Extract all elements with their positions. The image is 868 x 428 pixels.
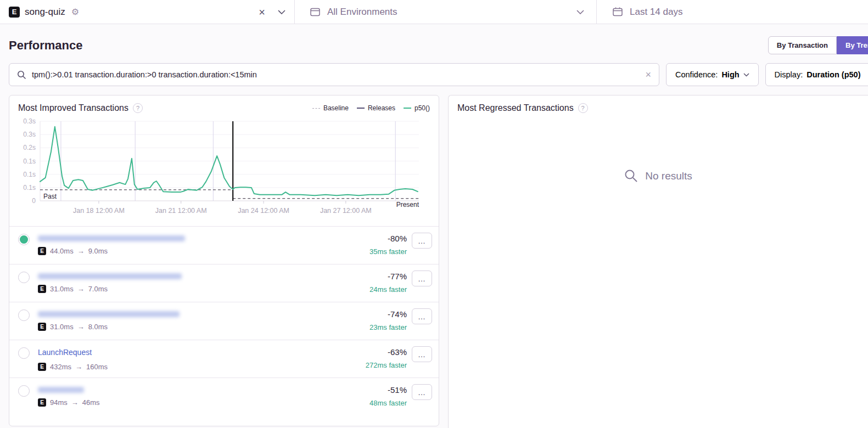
project-logo-icon: E: [38, 363, 46, 371]
by-trend-button[interactable]: By Trend: [837, 36, 868, 54]
duration-to: 160ms: [86, 363, 108, 371]
calendar-icon: [613, 7, 623, 16]
transaction-row: LaunchRequestE432ms→160ms-63%272ms faste…: [9, 340, 439, 378]
transaction-radio[interactable]: [18, 234, 30, 245]
search-icon: [17, 70, 26, 80]
topbar: E song-quiz ⚙ × All Environments Last 14…: [0, 0, 868, 24]
legend-item[interactable]: p50(): [404, 104, 430, 112]
confidence-value: High: [721, 70, 739, 79]
svg-text:0.2s: 0.2s: [23, 144, 36, 151]
transaction-row: E31.0ms→8.0ms-74%23ms faster…: [9, 302, 439, 340]
change-percent: -74%: [388, 309, 407, 319]
improved-panel-title: Most Improved Transactions: [18, 103, 128, 113]
by-transaction-button[interactable]: By Transaction: [768, 36, 837, 54]
display-dropdown[interactable]: Display: Duration (p50): [765, 63, 868, 86]
confidence-dropdown[interactable]: Confidence: High: [666, 63, 759, 86]
transaction-row: E94ms→46ms-51%48ms faster…: [9, 378, 439, 415]
environment-label: All Environments: [327, 7, 397, 18]
chevron-down-icon[interactable]: [278, 10, 285, 14]
chart-legend: BaselineReleasesp50(): [312, 104, 430, 112]
duration-from: 94ms: [50, 398, 68, 407]
most-improved-panel: Most Improved Transactions ? BaselineRel…: [9, 95, 439, 426]
svg-text:Jan 24 12:00 AM: Jan 24 12:00 AM: [238, 207, 289, 215]
svg-text:Past: Past: [43, 193, 57, 200]
row-actions-menu-button[interactable]: …: [412, 271, 432, 286]
transaction-name-blurred[interactable]: [38, 235, 185, 241]
change-percent: -51%: [388, 385, 407, 395]
transaction-radio[interactable]: [18, 309, 30, 321]
help-icon[interactable]: ?: [578, 103, 588, 113]
svg-text:Jan 27 12:00 AM: Jan 27 12:00 AM: [320, 207, 372, 215]
transaction-name-blurred[interactable]: [38, 273, 182, 279]
duration-line: E44.0ms→9.0ms: [38, 247, 369, 255]
transaction-name-link[interactable]: LaunchRequest: [38, 348, 92, 357]
project-settings-gear-icon[interactable]: ⚙: [71, 7, 79, 17]
display-label: Display:: [775, 70, 803, 79]
improved-transactions-list: E44.0ms→9.0ms-80%35ms faster…E31.0ms→7.0…: [9, 226, 439, 415]
date-range-label: Last 14 days: [630, 7, 682, 18]
regressed-panel-title: Most Regressed Transactions: [457, 103, 574, 113]
row-actions-menu-button[interactable]: …: [412, 346, 432, 362]
project-logo-icon: E: [38, 323, 46, 331]
page-body: Performance By Transaction By Trend tpm(…: [0, 24, 868, 428]
no-results-text: No results: [645, 170, 692, 182]
search-input[interactable]: tpm():>0.01 transaction.duration:>0 tran…: [9, 63, 659, 86]
svg-text:0.1s: 0.1s: [23, 184, 36, 192]
transaction-name-blurred[interactable]: [38, 387, 84, 393]
svg-text:Jan 21 12:00 AM: Jan 21 12:00 AM: [155, 207, 207, 215]
transaction-radio[interactable]: [18, 385, 30, 397]
arrow-right-icon: →: [75, 363, 82, 371]
arrow-right-icon: →: [77, 247, 85, 255]
change-percent: -63%: [388, 347, 407, 357]
legend-item[interactable]: Releases: [357, 104, 395, 112]
clear-project-icon[interactable]: ×: [259, 7, 265, 18]
window-icon: [310, 8, 320, 16]
chevron-down-icon[interactable]: [576, 10, 584, 14]
search-icon: [624, 169, 638, 183]
duration-to: 8.0ms: [88, 323, 108, 331]
project-logo-icon: E: [38, 247, 46, 255]
duration-from: 432ms: [50, 363, 71, 371]
most-regressed-panel: Most Regressed Transactions ? No results: [448, 95, 868, 428]
environment-selector[interactable]: All Environments: [295, 0, 597, 24]
svg-text:0: 0: [32, 197, 36, 205]
row-actions-menu-button[interactable]: …: [412, 308, 432, 324]
svg-text:0.3s: 0.3s: [23, 119, 36, 125]
legend-label: p50(): [415, 104, 430, 112]
duration-line: E432ms→160ms: [38, 363, 366, 371]
project-logo-icon: E: [9, 7, 20, 18]
no-results-empty-state: No results: [449, 169, 868, 183]
duration-line: E94ms→46ms: [38, 398, 369, 407]
faster-badge: 35ms faster: [369, 247, 407, 256]
transaction-radio[interactable]: [18, 272, 30, 283]
search-clear-icon[interactable]: ×: [645, 69, 651, 81]
change-percent: -77%: [388, 272, 407, 281]
project-selector[interactable]: E song-quiz ⚙ ×: [0, 0, 295, 24]
row-actions-menu-button[interactable]: …: [412, 384, 432, 400]
improved-chart: 0.3s0.3s0.2s0.1s0.1s0.1s0Jan 18 12:00 AM…: [15, 119, 430, 218]
date-range-selector[interactable]: Last 14 days: [597, 0, 868, 24]
arrow-right-icon: →: [77, 285, 85, 293]
svg-text:Present: Present: [396, 201, 419, 209]
transaction-radio[interactable]: [18, 347, 30, 359]
radio-selected-dot: [20, 235, 28, 244]
page-title: Performance: [9, 38, 83, 53]
display-value: Duration (p50): [807, 70, 860, 79]
svg-text:Jan 18 12:00 AM: Jan 18 12:00 AM: [73, 207, 125, 215]
legend-label: Baseline: [323, 104, 349, 112]
arrow-right-icon: →: [71, 398, 79, 407]
legend-swatch: [357, 108, 365, 109]
duration-line: E31.0ms→8.0ms: [38, 323, 369, 331]
project-logo-icon: E: [38, 285, 46, 293]
faster-badge: 48ms faster: [369, 399, 407, 407]
duration-to: 9.0ms: [88, 247, 108, 255]
transaction-name-blurred[interactable]: [38, 311, 180, 317]
duration-to: 7.0ms: [88, 285, 108, 293]
duration-from: 31.0ms: [50, 323, 74, 331]
project-logo-icon: E: [38, 398, 46, 407]
transaction-row: E44.0ms→9.0ms-80%35ms faster…: [9, 226, 439, 264]
legend-item[interactable]: Baseline: [312, 104, 349, 112]
row-actions-menu-button[interactable]: …: [412, 233, 432, 249]
legend-swatch: [404, 108, 411, 109]
help-icon[interactable]: ?: [133, 103, 143, 113]
